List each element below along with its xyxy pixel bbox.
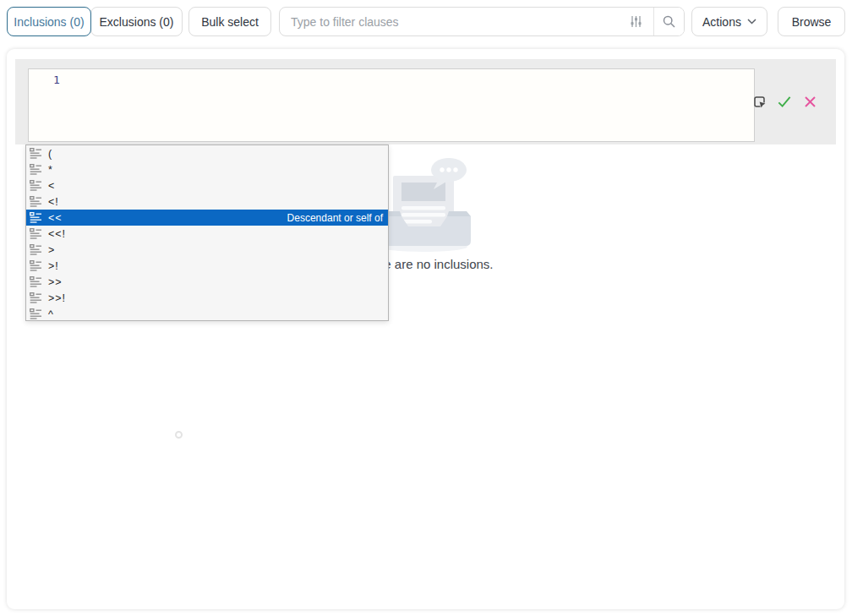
suggestion-item[interactable]: * [26, 161, 388, 177]
actions-label: Actions [702, 15, 741, 29]
bulk-select-button[interactable]: Bulk select [188, 7, 271, 36]
snippet-icon [30, 308, 42, 319]
suggestion-item-selected[interactable]: <<Descendant or self of [26, 210, 388, 226]
suggestion-item[interactable]: <! [26, 194, 388, 210]
snippet-icon [30, 164, 42, 175]
tab-exclusions[interactable]: Exclusions (0) [90, 7, 183, 36]
editor-actions [751, 59, 817, 144]
suggestion-item[interactable]: <<! [26, 226, 388, 242]
suggestion-item[interactable]: ( [26, 145, 388, 161]
snippet-icon [30, 260, 42, 271]
filter-clauses-group [279, 7, 685, 36]
confirm-check-icon[interactable] [777, 95, 792, 110]
suggestion-item[interactable]: >> [26, 274, 388, 290]
magnifier-icon [662, 14, 676, 29]
snippet-icon [30, 244, 42, 255]
inclusions-panel: There are no inclusions. 1 [7, 49, 844, 609]
browse-button[interactable]: Browse [778, 7, 845, 36]
snippet-icon [30, 228, 42, 239]
clause-editor-row: 1 [15, 59, 836, 144]
snippet-icon [30, 212, 42, 223]
suggestion-item[interactable]: > [26, 242, 388, 258]
snippet-icon [30, 292, 42, 303]
suggestion-detail: Descendant or self of [287, 212, 383, 224]
snippet-icon [30, 148, 42, 159]
clause-editor[interactable]: 1 [28, 68, 755, 142]
pick-concept-icon[interactable] [751, 95, 767, 110]
toolbar: Inclusions (0) Exclusions (0) Bulk selec… [0, 0, 852, 42]
suggestion-dropdown: ( * < <! <<Descendant or self of <<! > >… [25, 144, 389, 321]
cancel-x-icon[interactable] [802, 95, 817, 110]
snippet-icon [30, 276, 42, 287]
loading-dot [175, 431, 183, 439]
search-button[interactable] [653, 8, 684, 35]
filter-clauses-input[interactable] [280, 8, 629, 35]
chevron-down-icon [747, 19, 756, 25]
suggestion-item[interactable]: ^ [26, 306, 388, 322]
suggestion-item[interactable]: < [26, 177, 388, 194]
actions-button[interactable]: Actions [691, 7, 767, 36]
suggestion-item[interactable]: >>! [26, 290, 388, 306]
tab-inclusions[interactable]: Inclusions (0) [7, 7, 91, 36]
suggestion-item[interactable]: >! [26, 258, 388, 274]
snippet-icon [30, 196, 42, 207]
snippet-icon [30, 180, 42, 191]
filter-sliders-icon[interactable] [629, 8, 653, 35]
